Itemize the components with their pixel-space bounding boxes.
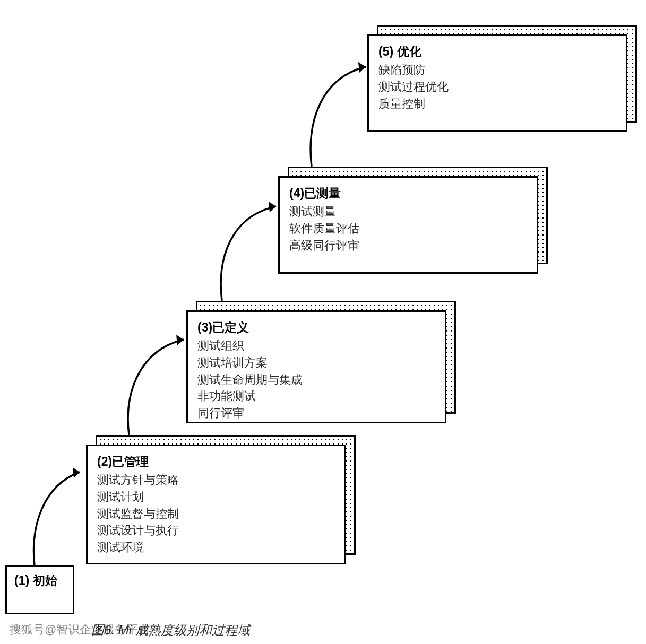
level-1-title: (1) 初始 bbox=[14, 572, 65, 589]
level-5-title: (5) 优化 bbox=[378, 43, 616, 60]
level-5-item: 测试过程优化 bbox=[378, 79, 616, 96]
level-2-item: 测试计划 bbox=[97, 489, 335, 506]
level-5-box: (5) 优化 缺陷预防 测试过程优化 质量控制 bbox=[367, 34, 627, 132]
level-2-title: (2)已管理 bbox=[97, 454, 335, 470]
level-2-item: 测试方针与策略 bbox=[97, 472, 335, 489]
level-4-item: 高级同行评审 bbox=[289, 238, 527, 255]
svg-marker-3 bbox=[358, 62, 366, 73]
level-4-title: (4)已测量 bbox=[289, 185, 527, 202]
level-3-item: 非功能测试 bbox=[197, 388, 435, 405]
level-3-box: (3)已定义 测试组织 测试培训方案 测试生命周期与集成 非功能测试 同行评审 bbox=[186, 310, 446, 423]
level-3-item: 测试组织 bbox=[197, 338, 435, 355]
level-5-item: 质量控制 bbox=[378, 96, 616, 113]
arrow-4-to-5 bbox=[304, 57, 378, 169]
level-1-box: (1) 初始 bbox=[5, 565, 74, 614]
level-4-item: 测试测量 bbox=[289, 204, 527, 221]
level-4-item: 软件质量评估 bbox=[289, 221, 527, 238]
svg-marker-2 bbox=[269, 202, 276, 212]
level-4-box: (4)已测量 测试测量 软件质量评估 高级同行评审 bbox=[278, 176, 538, 274]
svg-marker-0 bbox=[73, 467, 80, 478]
arrow-2-to-3 bbox=[121, 330, 195, 447]
level-2-box: (2)已管理 测试方针与策略 测试计划 测试监督与控制 测试设计与执行 测试环境 bbox=[86, 445, 346, 564]
arrow-1-to-2 bbox=[28, 462, 91, 568]
level-5-item: 缺陷预防 bbox=[378, 62, 616, 79]
level-2-item: 测试监督与控制 bbox=[97, 506, 335, 523]
level-3-item: 同行评审 bbox=[197, 405, 435, 422]
level-2-item: 测试环境 bbox=[97, 539, 335, 556]
level-2-item: 测试设计与执行 bbox=[97, 523, 335, 539]
level-3-title: (3)已定义 bbox=[197, 319, 435, 336]
level-3-item: 测试生命周期与集成 bbox=[197, 372, 435, 389]
diagram-canvas: (1) 初始 (2)已管理 测试方针与策略 测试计划 测试监督与控制 测试设计与… bbox=[0, 0, 646, 644]
level-3-item: 测试培训方案 bbox=[197, 355, 435, 372]
arrow-3-to-4 bbox=[214, 197, 288, 303]
svg-marker-1 bbox=[176, 335, 184, 345]
watermark-label: 搜狐号@智识企业服务平台 bbox=[10, 622, 150, 638]
